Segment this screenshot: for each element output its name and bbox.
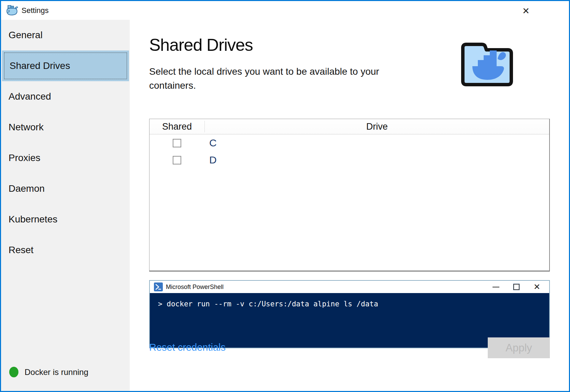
drive-c-checkbox[interactable] (173, 139, 181, 147)
sidebar-item-kubernetes[interactable]: Kubernetes (1, 204, 130, 235)
column-header-shared: Shared (149, 121, 204, 132)
powershell-controls: ✕ (490, 282, 543, 291)
page-description: Select the local drives you want to be a… (149, 65, 385, 92)
docker-status: Docker is running (9, 367, 88, 377)
title-bar: Settings ✕ (1, 1, 569, 20)
sidebar-item-advanced[interactable]: Advanced (1, 81, 130, 112)
minimize-button[interactable] (490, 282, 502, 291)
drive-letter: D (204, 154, 549, 166)
terminal-prompt: > (158, 300, 162, 308)
powershell-icon (154, 282, 163, 291)
window-close-button[interactable]: ✕ (519, 4, 533, 17)
docker-whale-icon (5, 5, 18, 16)
apply-button[interactable]: Apply (488, 337, 550, 358)
close-powershell-button[interactable]: ✕ (531, 282, 543, 291)
settings-sidebar: General Shared Drives Advanced Network P… (1, 20, 130, 391)
terminal-command: docker run --rm -v c:/Users:/data alpine… (167, 300, 378, 308)
page-title: Shared Drives (149, 35, 253, 55)
settings-window: Settings ✕ General Shared Drives Advance… (0, 0, 570, 392)
window-title: Settings (22, 6, 49, 15)
maximize-icon (513, 284, 519, 290)
column-header-drive: Drive (205, 121, 549, 132)
sidebar-item-daemon[interactable]: Daemon (1, 173, 130, 204)
drive-letter: C (204, 137, 549, 149)
table-header: Shared Drive (149, 119, 549, 134)
sidebar-item-shared-drives[interactable]: Shared Drives (2, 50, 129, 81)
shared-drives-pane: Shared Drives Select the local drives yo… (130, 20, 569, 391)
maximize-button[interactable] (510, 282, 523, 291)
powershell-titlebar: Microsoft PowerShell ✕ (150, 281, 549, 293)
powershell-title: Microsoft PowerShell (166, 284, 490, 291)
sidebar-item-proxies[interactable]: Proxies (1, 143, 130, 173)
minimize-icon (493, 287, 499, 288)
table-row: D (149, 151, 549, 169)
docker-folder-icon (458, 40, 515, 89)
reset-credentials-link[interactable]: Reset credentials (149, 342, 226, 353)
shared-drives-table: Shared Drive C D (149, 119, 550, 272)
sidebar-item-network[interactable]: Network (1, 112, 130, 143)
sidebar-item-reset[interactable]: Reset (1, 235, 130, 265)
close-icon: ✕ (533, 283, 540, 291)
table-row: C (149, 134, 549, 151)
sidebar-item-general[interactable]: General (1, 20, 130, 50)
status-running-dot-icon (9, 367, 18, 377)
drive-d-checkbox[interactable] (173, 156, 181, 164)
status-text: Docker is running (25, 367, 88, 377)
